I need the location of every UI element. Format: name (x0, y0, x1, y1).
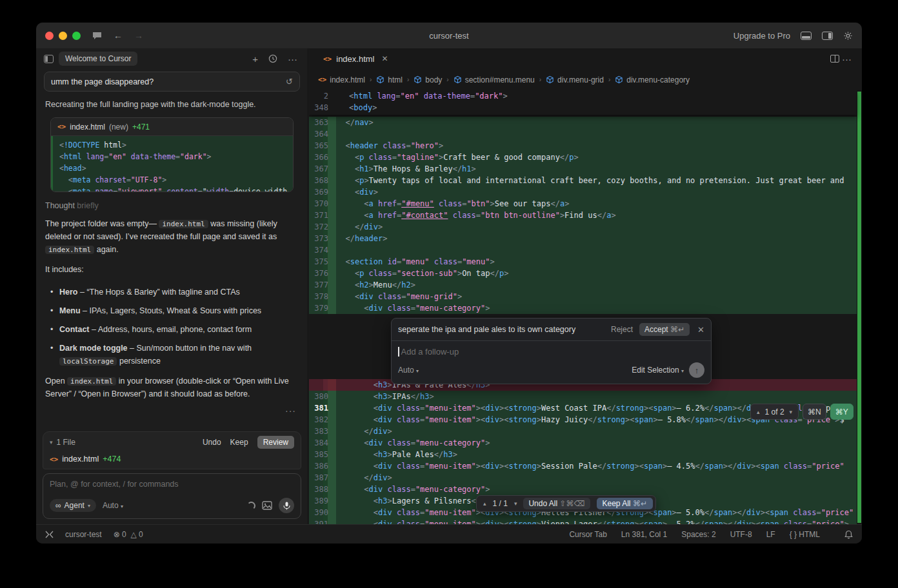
breadcrumb-item[interactable]: html (376, 75, 403, 84)
settings-gear-icon[interactable] (843, 31, 853, 41)
chat-input-box[interactable]: Plan, @ for context, / for commands ∞ Ag… (43, 473, 301, 519)
toggle-chat-sidebar-icon[interactable] (44, 55, 54, 63)
symbol-cube-icon (376, 75, 384, 84)
code-line[interactable]: 348<body> (309, 102, 857, 113)
prev-file-icon[interactable]: ▴ (483, 500, 486, 507)
popup-model-selector[interactable]: Auto ▾ (398, 366, 419, 375)
code-line[interactable]: 364 (309, 128, 857, 140)
close-tab-icon[interactable]: ✕ (382, 54, 388, 63)
next-file-icon[interactable]: ▾ (514, 500, 517, 507)
chat-panel: Welcome to Cursor + ··· umm the page dis… (36, 48, 308, 524)
code-line[interactable]: 384 <div class="menu-category"> (309, 437, 857, 449)
statusbar-item[interactable]: LF (766, 530, 775, 539)
code-line[interactable]: 383 </div> (309, 426, 857, 437)
code-line[interactable]: 365 <header class="hero"> (309, 140, 857, 152)
code-line[interactable]: 368 <p>Twenty taps of local and internat… (309, 175, 857, 186)
review-button[interactable]: Review (257, 436, 294, 449)
project-name[interactable]: cursor-test (65, 530, 102, 539)
notifications-bell-icon[interactable] (844, 530, 853, 539)
code-line[interactable]: 388 <div class="menu-category"> (309, 484, 857, 495)
breadcrumb-item[interactable]: section#menu.menu (454, 75, 535, 84)
editor-tab-index-html[interactable]: <> index.html ✕ (317, 50, 395, 68)
chat-history-icon[interactable] (266, 54, 280, 63)
code-line[interactable]: 376 <p class="section-sub">On tap</p> (309, 268, 857, 279)
reject-button[interactable]: Reject (611, 325, 633, 334)
close-window-button[interactable] (45, 32, 54, 40)
thought-label[interactable]: Thought briefly (45, 201, 299, 210)
restore-checkpoint-icon[interactable]: ↺ (286, 77, 293, 86)
code-line[interactable]: 369 <div> (309, 186, 857, 198)
code-diff-card[interactable]: <> index.html (new) +471 <!DOCTYPE html>… (50, 117, 294, 192)
chat-tab-welcome[interactable]: Welcome to Cursor (59, 52, 137, 66)
code-line[interactable]: 379 <div class="menu-category"> (309, 302, 857, 314)
collapse-files-icon[interactable]: ▾ (50, 439, 53, 446)
new-chat-icon[interactable]: + (250, 54, 261, 64)
minimize-window-button[interactable] (59, 32, 67, 40)
close-popup-icon[interactable]: ✕ (697, 325, 704, 335)
message-more-icon[interactable]: ··· (44, 406, 296, 416)
upgrade-to-pro-button[interactable]: Upgrade to Pro (733, 31, 790, 41)
code-line[interactable]: 385 <h3>Pale Ales</h3> (309, 449, 857, 460)
followup-input[interactable]: Add a follow-up (392, 341, 711, 358)
toggle-sidebar-icon[interactable] (822, 32, 833, 40)
editor-more-icon[interactable]: ··· (839, 54, 854, 64)
accept-shortcut[interactable]: ⌘Y (830, 404, 853, 420)
attach-image-icon[interactable] (262, 501, 272, 510)
undo-button[interactable]: Undo (203, 438, 221, 447)
code-line[interactable]: 2<html lang="en" data-theme="dark"> (309, 90, 857, 102)
agent-mode-selector[interactable]: ∞ Agent ▾ (50, 499, 96, 512)
forward-icon[interactable]: → (134, 30, 143, 41)
code-line[interactable]: 380 <h3>IPAs</h3> (309, 391, 857, 402)
code-line[interactable]: 387 </div> (309, 472, 857, 484)
code-line[interactable]: 366 <p class="tagline">Craft beer & good… (309, 152, 857, 163)
remote-indicator-icon[interactable] (45, 531, 54, 538)
breadcrumb: <>index.html›html›body›section#menu.menu… (309, 69, 862, 90)
back-icon[interactable]: ← (114, 30, 123, 41)
user-message[interactable]: umm the page disappeared? ↺ (44, 72, 300, 92)
split-editor-icon[interactable] (830, 55, 839, 63)
breadcrumb-item[interactable]: <>index.html (318, 75, 365, 84)
prev-diff-icon[interactable]: ▴ (757, 409, 760, 415)
accept-button[interactable]: Accept ⌘↵ (639, 323, 690, 336)
overview-ruler[interactable] (857, 90, 862, 524)
problems-indicator[interactable]: ⊗ 0 △ 0 (114, 530, 143, 539)
statusbar-item[interactable]: Cursor Tab (569, 530, 606, 539)
feedback-icon[interactable] (92, 32, 102, 40)
edit-selection-dropdown[interactable]: Edit Selection ▾ (632, 366, 684, 375)
statusbar-item[interactable]: { } HTML (790, 530, 820, 539)
code-line[interactable]: 377 <h2>Menu</h2> (309, 279, 857, 291)
breadcrumb-item[interactable]: div.menu-category (615, 75, 690, 84)
statusbar-item[interactable]: Ln 381, Col 1 (621, 530, 667, 539)
code-line[interactable]: 367 <h1>The Hops & Barley</h1> (309, 163, 857, 175)
voice-input-button[interactable] (279, 498, 294, 513)
chat-more-icon[interactable]: ··· (285, 54, 300, 64)
code-line[interactable]: 371 <a href="#contact" class="btn btn-ou… (309, 210, 857, 221)
breadcrumb-item[interactable]: div.menu-grid (546, 75, 604, 84)
app-window: ← → cursor-test Upgrade to Pro Welcome t… (36, 23, 862, 544)
breadcrumb-item[interactable]: body (414, 75, 442, 84)
code-line[interactable]: 391 <div class="menu-item"><div><strong>… (309, 518, 857, 524)
next-diff-icon[interactable]: ▾ (790, 409, 793, 415)
code-line[interactable]: 372 </div> (309, 221, 857, 233)
code-editor[interactable]: 363 </nav>364365 <header class="hero">36… (309, 90, 862, 524)
code-line[interactable]: 374 (309, 244, 857, 256)
send-followup-button[interactable]: ↑ (689, 362, 704, 378)
statusbar-item[interactable]: Spaces: 2 (681, 530, 715, 539)
keep-all-button[interactable]: Keep All ⌘↵ (597, 498, 653, 509)
next-shortcut[interactable]: ⌘N (803, 404, 826, 420)
toggle-panel-icon[interactable] (801, 32, 812, 40)
maximize-window-button[interactable] (72, 32, 81, 40)
code-line[interactable]: 378 <div class="menu-grid"> (309, 291, 857, 302)
statusbar-item[interactable]: UTF-8 (730, 530, 752, 539)
code-line[interactable]: 363 </nav> (309, 117, 857, 128)
code-line[interactable]: 373 </header> (309, 233, 857, 244)
keep-button[interactable]: Keep (230, 438, 248, 447)
code-line[interactable]: 375 <section id="menu" class="menu"> (309, 256, 857, 268)
changed-file-row[interactable]: <> index.html +474 (50, 455, 294, 464)
undo-all-button[interactable]: Undo All ⇧⌘⌫ (523, 498, 590, 509)
code-line[interactable]: 386 <div class="menu-item"><div><strong>… (309, 460, 857, 472)
code-line[interactable]: 370 <a href="#menu" class="btn">See our … (309, 198, 857, 210)
model-selector[interactable]: Auto ▾ (103, 501, 123, 510)
code-line: <meta name="viewport" content="width=dev… (59, 186, 293, 191)
warnings-icon: △ (130, 530, 136, 539)
